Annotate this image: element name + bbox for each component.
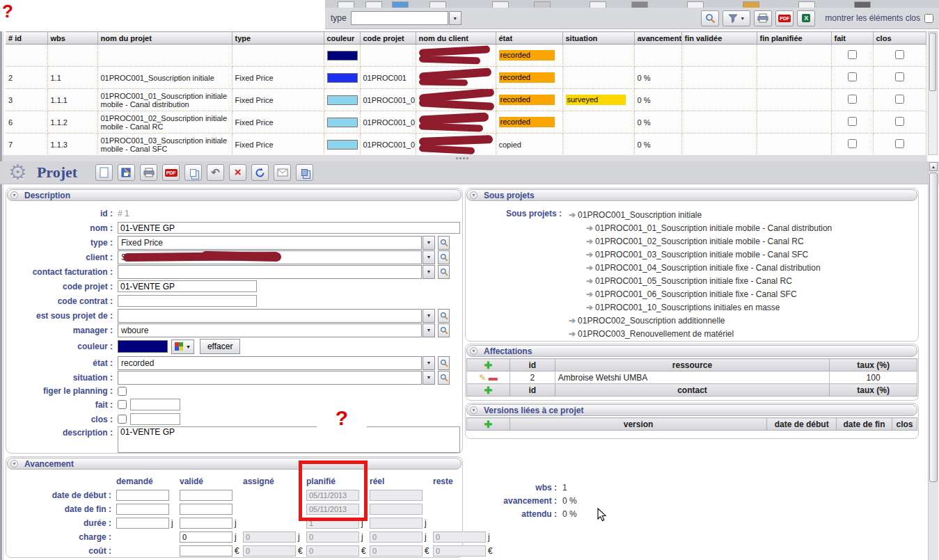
clos-checkbox[interactable]	[118, 415, 127, 424]
subproject-link[interactable]: ➔01PROC003_Renouvellement de matériel	[466, 327, 918, 340]
code-contrat-input[interactable]	[118, 295, 257, 307]
fait-checkbox[interactable]	[848, 139, 857, 148]
effacer-button[interactable]: effacer	[200, 339, 240, 354]
mail-button[interactable]	[274, 164, 291, 181]
clos-checkbox[interactable]	[895, 50, 904, 59]
debut-valide-input[interactable]	[180, 490, 232, 501]
clos-checkbox[interactable]	[895, 117, 904, 126]
fait-checkbox[interactable]	[848, 50, 857, 59]
description-textarea[interactable]: 01-VENTE GP	[118, 426, 460, 453]
subproject-link[interactable]: ➔01PROC002_Souscription additionnelle	[466, 314, 918, 327]
fin-valide-input[interactable]	[180, 504, 232, 515]
chevron-down-icon[interactable]: ▼	[423, 371, 435, 385]
chevron-down-icon[interactable]: ▼	[423, 265, 435, 279]
col-header-nom[interactable]: nom du projet	[97, 32, 232, 45]
table-row[interactable]: 3 1.1.1 01PROC001_01_Souscription initia…	[6, 89, 926, 111]
refresh-button[interactable]	[251, 164, 269, 181]
collapse-icon[interactable]: ▼	[470, 406, 478, 414]
col-header-clos[interactable]: clos	[873, 32, 926, 45]
chevron-down-icon[interactable]: ▼	[423, 323, 435, 337]
duree-valide-input[interactable]	[180, 518, 232, 529]
lookup-button[interactable]	[438, 356, 450, 370]
lookup-button[interactable]	[438, 265, 450, 279]
table-row[interactable]: 6 1.1.2 01PROC001_02_Souscription initia…	[6, 111, 926, 134]
undo-button[interactable]: ↶	[207, 164, 224, 181]
subproject-link[interactable]: ➔01PROC001_01_Souscription initiale mobi…	[466, 221, 918, 234]
clos-checkbox[interactable]	[895, 72, 904, 81]
fait-checkbox[interactable]	[848, 95, 857, 104]
avancement-panel-header[interactable]: ▼ Avancement	[7, 458, 461, 470]
lookup-button[interactable]	[438, 250, 450, 264]
filter-button[interactable]: ▼	[723, 10, 750, 26]
lookup-button[interactable]	[438, 236, 450, 250]
col-header-type[interactable]: type	[232, 32, 324, 45]
collapse-icon[interactable]: ▼	[10, 460, 18, 467]
table-scrollbar[interactable]	[928, 31, 938, 155]
main-scrollbar[interactable]: ▲	[928, 161, 938, 560]
collapse-icon[interactable]: ▼	[470, 347, 478, 355]
table-row[interactable]: 7 1.1.3 01PROC001_03_Souscription initia…	[6, 134, 926, 156]
table-row[interactable]: 1 1 01-VENTE GP Fixed Price 01-VENTE GP …	[6, 45, 926, 67]
print-button[interactable]	[754, 10, 772, 26]
manager-select[interactable]: wboure▼	[118, 323, 435, 337]
color-picker-button[interactable]: ▼	[171, 339, 194, 354]
fin-demande-input[interactable]	[116, 504, 169, 515]
export-pdf-button[interactable]: PDF	[775, 10, 794, 26]
fait-checkbox[interactable]	[848, 117, 857, 126]
chevron-down-icon[interactable]: ▼	[423, 250, 435, 264]
scrollbar-thumb[interactable]	[929, 173, 938, 482]
col-header-id[interactable]: # id	[6, 32, 47, 45]
search-button[interactable]	[701, 10, 719, 26]
col-header-code[interactable]: code projet	[360, 32, 416, 45]
debut-demande-input[interactable]	[116, 490, 169, 501]
col-header-fin-validee[interactable]: fin validée	[681, 32, 757, 45]
clos-checkbox[interactable]	[895, 95, 904, 104]
export-excel-button[interactable]: X	[797, 10, 815, 26]
affectations-panel-header[interactable]: ▼ Affectations	[466, 345, 917, 357]
clos-checkbox[interactable]	[895, 139, 904, 148]
table-row[interactable]: 2 1.1 01PROC001_Souscription initiale Fi…	[6, 67, 926, 89]
col-header-situation[interactable]: situation	[562, 32, 634, 45]
fait-date-input[interactable]	[130, 399, 180, 410]
chevron-down-icon[interactable]: ▼	[423, 309, 435, 323]
nom-input[interactable]	[118, 222, 460, 234]
subproject-link[interactable]: ➔01PROC001_05_Souscription initiale fixe…	[466, 274, 918, 287]
type-filter-select[interactable]: ▼	[351, 11, 461, 25]
clos-date-input[interactable]	[130, 413, 180, 425]
subproject-link[interactable]: ➔01PROC001_02_Souscription initiale mobi…	[466, 234, 918, 248]
col-header-client[interactable]: nom du client	[416, 32, 496, 45]
show-closed-checkbox[interactable]	[924, 14, 933, 23]
scrollbar-thumb[interactable]	[929, 33, 936, 91]
delete-button[interactable]: ×	[229, 164, 246, 181]
col-header-couleur[interactable]: couleur	[324, 32, 360, 45]
collapse-icon[interactable]: ▼	[470, 191, 478, 199]
subproject-link[interactable]: ➔01PROC001_10_Souscriptions initiales en…	[466, 301, 918, 314]
lookup-button[interactable]	[438, 309, 450, 323]
print-button[interactable]	[140, 164, 157, 181]
col-header-avancement[interactable]: avancement	[634, 32, 681, 45]
edit-icon[interactable]: ✎	[479, 373, 486, 383]
duree-demande-input[interactable]	[116, 518, 169, 529]
subproject-link[interactable]: ➔01PROC001_06_Souscription initiale fixe…	[466, 287, 918, 301]
add-icon[interactable]: ✚	[484, 360, 493, 371]
parent-project-select[interactable]: ▼	[118, 309, 435, 323]
figer-planning-checkbox[interactable]	[118, 387, 127, 396]
charge-valide-input[interactable]	[180, 531, 232, 543]
situation-select[interactable]: ▼	[118, 371, 435, 385]
subproject-link[interactable]: ➔01PROC001_03_Souscription initiale mobi…	[466, 248, 918, 261]
subproject-link[interactable]: ➔01PROC001_04_Souscription initiale fixe…	[466, 261, 918, 274]
copy-button[interactable]	[184, 164, 202, 181]
fait-checkbox[interactable]	[118, 400, 127, 409]
lookup-button[interactable]	[438, 371, 450, 385]
cout-valide-input[interactable]	[180, 545, 232, 557]
remove-icon[interactable]: ▬	[489, 372, 498, 383]
contact-facturation-select[interactable]: ▼	[118, 265, 435, 279]
pane-splitter[interactable]	[0, 155, 927, 161]
col-header-etat[interactable]: état	[496, 32, 562, 45]
add-icon[interactable]: ✚	[484, 385, 493, 396]
type-select[interactable]: Fixed Price▼	[118, 236, 435, 250]
type-filter-value[interactable]	[351, 11, 448, 25]
collapse-icon[interactable]: ▼	[10, 191, 18, 199]
fait-checkbox[interactable]	[848, 72, 857, 81]
new-button[interactable]	[95, 164, 113, 181]
